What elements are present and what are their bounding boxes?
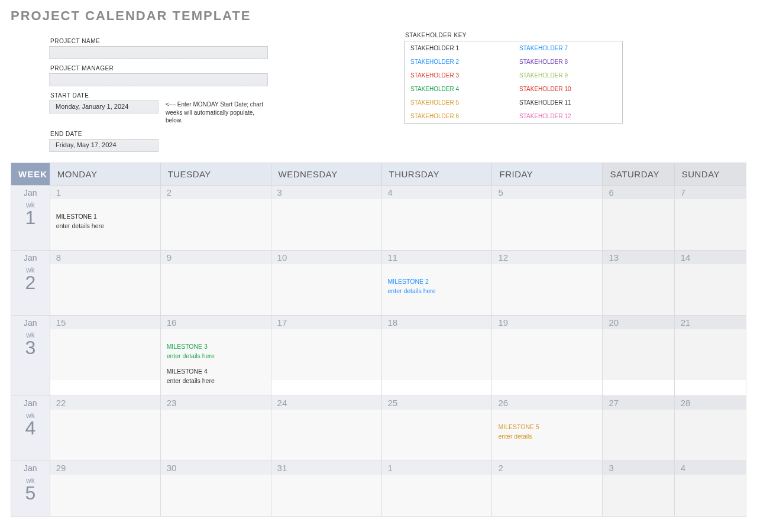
day-body[interactable]: [675, 410, 746, 460]
project-name-input[interactable]: [49, 46, 268, 59]
day-body[interactable]: MILESTONE 1enter details here: [50, 199, 160, 250]
day-body[interactable]: [271, 199, 381, 250]
calendar-day[interactable]: 17: [271, 315, 381, 396]
week-month: Jan: [11, 186, 50, 201]
calendar-day[interactable]: 28: [674, 396, 746, 461]
day-body[interactable]: [675, 199, 746, 250]
day-number: 16: [161, 316, 271, 329]
calendar-day[interactable]: 15: [50, 315, 160, 396]
day-body[interactable]: MILESTONE 2enter details here: [382, 264, 492, 315]
day-body[interactable]: [50, 410, 160, 460]
calendar-day[interactable]: 21: [674, 315, 746, 396]
calendar-day[interactable]: 10: [271, 250, 381, 315]
calendar-day[interactable]: 4: [674, 461, 746, 517]
calendar-day[interactable]: 3: [271, 185, 381, 250]
day-body[interactable]: [492, 264, 602, 315]
calendar-day[interactable]: 22: [50, 396, 160, 461]
calendar-day[interactable]: 4: [381, 185, 492, 250]
day-body[interactable]: [271, 329, 381, 380]
milestone-title: MILESTONE 5: [498, 423, 596, 431]
start-date-hint: <–– Enter MONDAY Start Date; chart weeks…: [166, 100, 266, 125]
day-body[interactable]: [603, 410, 674, 460]
day-body[interactable]: [271, 475, 381, 516]
calendar-day[interactable]: 1MILESTONE 1enter details here: [50, 185, 160, 250]
day-body[interactable]: [492, 329, 602, 380]
stakeholder-item: STAKEHOLDER 10: [513, 82, 622, 96]
day-body[interactable]: [161, 410, 271, 460]
calendar-day[interactable]: 20: [603, 315, 674, 396]
day-body[interactable]: [675, 475, 746, 516]
week-cell: Janwk4: [11, 396, 50, 461]
calendar-day[interactable]: 1: [381, 461, 492, 517]
day-body[interactable]: [675, 264, 746, 315]
calendar-day[interactable]: 31: [271, 461, 381, 517]
calendar-day[interactable]: 26MILESTONE 5enter details: [492, 396, 603, 461]
calendar-day[interactable]: 7: [674, 185, 746, 250]
day-body[interactable]: [161, 264, 271, 315]
day-number: 19: [492, 316, 602, 329]
calendar-day[interactable]: 6: [603, 185, 674, 250]
day-body[interactable]: [382, 475, 492, 516]
calendar-day[interactable]: 8: [50, 250, 160, 315]
day-body[interactable]: [50, 264, 160, 315]
day-body[interactable]: [603, 329, 674, 380]
calendar-week: Janwk52930311234: [11, 461, 746, 517]
day-number: 29: [50, 461, 160, 475]
calendar-day[interactable]: 2: [160, 185, 271, 250]
calendar-day[interactable]: 23: [160, 396, 271, 461]
calendar-day[interactable]: 12: [492, 250, 603, 315]
calendar-day[interactable]: 11MILESTONE 2enter details here: [381, 250, 492, 315]
calendar-day[interactable]: 9: [160, 250, 271, 315]
day-body[interactable]: [50, 329, 160, 380]
day-body[interactable]: [492, 199, 602, 250]
day-body[interactable]: [271, 264, 381, 315]
calendar-day[interactable]: 5: [492, 185, 603, 250]
calendar-day[interactable]: 30: [160, 461, 271, 517]
day-body[interactable]: [492, 475, 602, 516]
day-body[interactable]: [675, 329, 746, 380]
day-number: 20: [603, 316, 674, 329]
end-date-input[interactable]: Friday, May 17, 2024: [49, 139, 158, 152]
project-manager-input[interactable]: [49, 73, 268, 86]
calendar-day[interactable]: 14: [674, 250, 746, 315]
day-body[interactable]: [382, 410, 492, 460]
end-date-label: END DATE: [50, 131, 297, 137]
stakeholder-item: STAKEHOLDER 1: [405, 41, 513, 55]
form-column: PROJECT NAME PROJECT MANAGER START DATE …: [49, 32, 297, 152]
milestone-title: MILESTONE 3: [167, 342, 265, 351]
day-body[interactable]: [603, 199, 674, 250]
day-body[interactable]: [603, 264, 674, 315]
calendar-day[interactable]: 18: [381, 315, 492, 396]
day-body[interactable]: MILESTONE 3enter details hereMILESTONE 4…: [161, 329, 271, 396]
col-monday: MONDAY: [50, 163, 160, 185]
calendar-day[interactable]: 16MILESTONE 3enter details hereMILESTONE…: [160, 315, 271, 396]
calendar-day[interactable]: 24: [271, 396, 381, 461]
stakeholder-item: STAKEHOLDER 8: [513, 55, 622, 69]
day-body[interactable]: [161, 199, 271, 250]
day-body[interactable]: [271, 410, 381, 460]
day-body[interactable]: [161, 475, 271, 516]
calendar-day[interactable]: 13: [603, 250, 674, 315]
day-number: 1: [50, 186, 160, 199]
calendar-day[interactable]: 19: [492, 315, 603, 396]
day-body[interactable]: MILESTONE 5enter details: [492, 410, 602, 460]
calendar-day[interactable]: 29: [50, 461, 160, 517]
day-number: 4: [675, 461, 746, 475]
day-number: 3: [271, 186, 381, 199]
calendar-day[interactable]: 25: [381, 396, 492, 461]
start-date-input[interactable]: Monday, January 1, 2024: [49, 100, 158, 113]
calendar-day[interactable]: 2: [492, 461, 603, 517]
calendar-day[interactable]: 27: [603, 396, 674, 461]
day-number: 22: [50, 396, 160, 410]
milestone-detail: enter details here: [167, 377, 265, 385]
day-number: 31: [271, 461, 381, 475]
day-number: 5: [492, 186, 602, 199]
day-body[interactable]: [382, 329, 492, 380]
calendar-day[interactable]: 3: [603, 461, 674, 517]
week-month: Jan: [11, 251, 50, 266]
day-body[interactable]: [603, 475, 674, 516]
week-cell: Janwk5: [11, 461, 50, 517]
day-body[interactable]: [50, 475, 160, 516]
day-body[interactable]: [382, 199, 492, 250]
day-number: 3: [603, 461, 674, 475]
